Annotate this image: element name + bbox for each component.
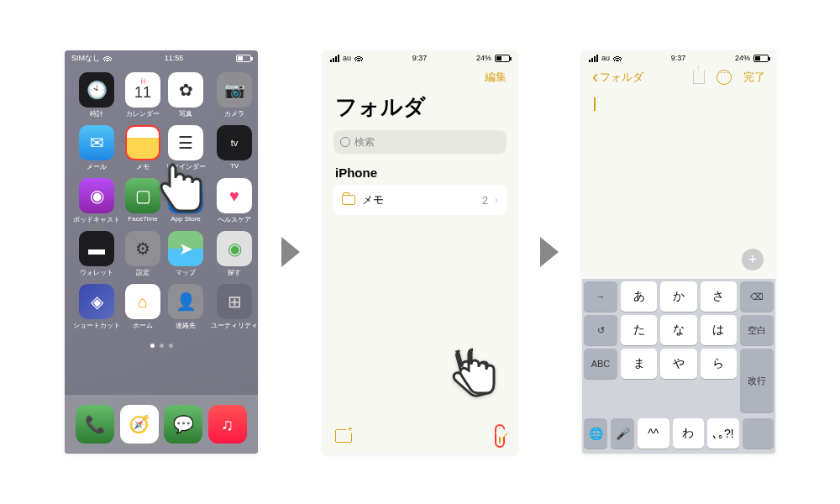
key[interactable]: ↺ — [584, 315, 617, 345]
search-input[interactable]: 検索 — [333, 130, 507, 154]
app-icon: ▢ — [125, 178, 160, 213]
folder-name: メモ — [362, 192, 384, 207]
status-bar: au 9:37 24% — [582, 50, 775, 66]
app-label: 時計 — [90, 109, 103, 118]
key[interactable]: 改行 — [740, 349, 774, 412]
app-連絡先[interactable]: 👤連絡先 — [165, 284, 206, 330]
app-写真[interactable]: ✿写真 — [165, 72, 206, 118]
app-label: ウォレット — [80, 268, 113, 277]
notes-editor-phone: au 9:37 24% フォルダ 完了 + →あかさ⌫↺たなは空白ABCまやら改… — [582, 50, 775, 454]
battery-icon — [495, 55, 510, 62]
app-label: 探す — [228, 268, 241, 277]
signal-icon — [589, 55, 598, 62]
app-icon: ✿ — [168, 72, 203, 108]
app-label: 連絡先 — [176, 321, 196, 330]
app-icon: ⊞ — [217, 284, 252, 319]
key[interactable]: ､｡?! — [707, 418, 739, 449]
app-label: ポッドキャスト — [73, 215, 120, 224]
app-カメラ[interactable]: 📷カメラ — [211, 72, 258, 118]
key[interactable]: か — [660, 281, 696, 312]
app-ポッドキャスト[interactable]: ◉ポッドキャスト — [73, 178, 120, 224]
status-bar: au 9:37 24% — [323, 50, 517, 66]
wifi-icon — [613, 53, 622, 63]
keyboard: →あかさ⌫↺たなは空白ABCまやら改行 — [582, 279, 775, 415]
app-label: メモ — [136, 162, 150, 171]
done-button[interactable]: 完了 — [743, 70, 765, 85]
section-header: iPhone — [323, 165, 517, 185]
key[interactable]: は — [701, 315, 737, 345]
arrow-right-icon — [281, 237, 300, 267]
app-時計[interactable]: 🕙時計 — [73, 72, 120, 118]
key[interactable]: → — [584, 281, 617, 312]
time-label: 9:37 — [671, 54, 686, 62]
key[interactable]: ⌫ — [740, 281, 774, 312]
key[interactable]: さ — [701, 281, 737, 312]
edit-button[interactable]: 編集 — [485, 70, 507, 85]
dock-app[interactable]: ♫ — [208, 405, 247, 444]
globe-key[interactable]: 🌐 — [584, 418, 607, 449]
app-ウォレット[interactable]: ▬ウォレット — [73, 231, 120, 277]
dock-app[interactable]: 🧭 — [120, 405, 159, 444]
bottom-toolbar — [323, 418, 517, 454]
app-label: リマインダー — [165, 162, 206, 171]
app-メモ[interactable]: メモ — [125, 125, 160, 171]
key[interactable]: ま — [621, 349, 657, 379]
app-label: マップ — [176, 268, 196, 277]
key[interactable]: ^^ — [638, 418, 669, 449]
app-icon: ✉︎ — [79, 125, 114, 160]
key[interactable]: た — [621, 315, 657, 345]
app-TV[interactable]: tvTV — [211, 125, 258, 171]
app-カレンダー[interactable]: 日11カレンダー — [125, 72, 160, 118]
key[interactable]: な — [660, 315, 696, 345]
app-設定[interactable]: ⚙設定 — [125, 231, 160, 277]
note-editor[interactable]: + — [582, 89, 775, 279]
key[interactable] — [743, 418, 774, 449]
mic-key[interactable]: 🎤 — [611, 418, 634, 449]
key[interactable]: や — [660, 349, 696, 379]
battery-icon — [753, 55, 769, 62]
key[interactable]: あ — [621, 281, 657, 312]
folder-icon — [342, 195, 355, 205]
key[interactable]: ABC — [584, 349, 617, 379]
status-bar: SIMなし 11:55 — [65, 50, 258, 66]
compose-button[interactable] — [499, 428, 501, 444]
app-icon: 👤 — [168, 284, 203, 319]
dock: 📞🧭💬♫ — [65, 395, 258, 454]
page-title: フォルダ — [323, 89, 517, 130]
battery-label: 24% — [735, 54, 750, 62]
dock-app[interactable]: 💬 — [164, 405, 202, 444]
app-icon: tv — [217, 125, 252, 160]
key[interactable]: ら — [701, 349, 737, 379]
app-label: App Store — [171, 215, 201, 223]
back-button[interactable]: フォルダ — [592, 70, 643, 85]
app-ユーティリティ[interactable]: ⊞ユーティリティ — [211, 284, 258, 330]
app-マップ[interactable]: ➤マップ — [165, 231, 206, 277]
arrow-right-icon — [540, 237, 559, 267]
app-メール[interactable]: ✉︎メール — [73, 125, 120, 171]
app-label: FaceTime — [128, 215, 157, 223]
app-リマインダー[interactable]: ☰リマインダー — [165, 125, 206, 171]
app-FaceTime[interactable]: ▢FaceTime — [125, 178, 160, 224]
app-label: ユーティリティ — [211, 321, 258, 330]
app-探す[interactable]: ◉探す — [211, 231, 258, 277]
keyboard-bottom-row: 🌐 🎤 ^^ わ ､｡?! — [582, 415, 775, 454]
app-grid: 🕙時計日11カレンダー✿写真📷カメラ✉︎メールメモ☰リマインダーtvTV◉ポッド… — [65, 66, 258, 337]
wifi-icon — [103, 53, 112, 63]
add-button[interactable]: + — [742, 249, 764, 270]
app-ホーム[interactable]: ⌂ホーム — [125, 284, 160, 330]
key[interactable]: 空白 — [740, 315, 774, 345]
new-folder-button[interactable] — [335, 429, 352, 443]
app-ショートカット[interactable]: ◈ショートカット — [73, 284, 120, 330]
folder-row[interactable]: メモ 2 › — [333, 185, 507, 215]
page-dots — [65, 337, 258, 354]
app-icon: ◈ — [79, 284, 114, 319]
key[interactable]: わ — [673, 418, 705, 449]
dock-app[interactable]: 📞 — [76, 405, 114, 444]
more-icon[interactable] — [717, 70, 732, 85]
app-icon: ⚙ — [125, 231, 160, 266]
share-icon[interactable] — [693, 71, 705, 84]
app-App Store[interactable]: AApp Store — [165, 178, 206, 224]
app-icon: 日11 — [125, 72, 160, 108]
nav-bar: フォルダ 完了 — [582, 66, 775, 89]
app-ヘルスケア[interactable]: ♥ヘルスケア — [211, 178, 258, 224]
